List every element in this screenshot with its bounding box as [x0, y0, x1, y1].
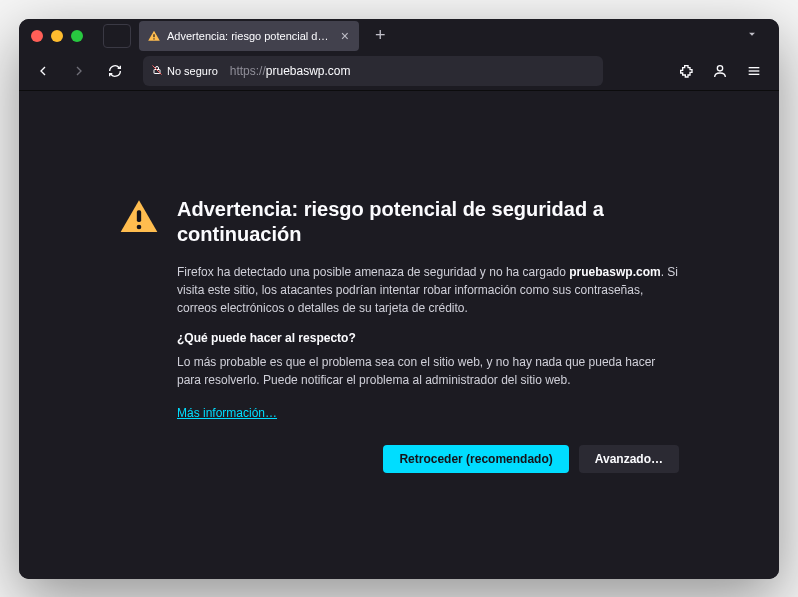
svg-rect-5: [749, 67, 760, 68]
close-window-button[interactable]: [31, 30, 43, 42]
extensions-button[interactable]: [671, 56, 701, 86]
reload-button[interactable]: [101, 57, 129, 85]
svg-rect-6: [749, 70, 760, 71]
svg-rect-0: [153, 34, 154, 37]
lock-slash-icon: [151, 64, 163, 78]
warning-body: Advertencia: riesgo potencial de segurid…: [177, 197, 679, 473]
url-text: https://pruebaswp.com: [230, 64, 351, 78]
svg-point-9: [137, 224, 142, 229]
back-button[interactable]: [29, 57, 57, 85]
browser-window: Advertencia: riesgo potencial de segurid…: [19, 19, 779, 579]
app-menu-button[interactable]: [739, 56, 769, 86]
security-label: No seguro: [167, 65, 218, 77]
warning-subheading: ¿Qué puede hacer al respecto?: [177, 331, 679, 345]
warning-paragraph-2: Lo más probable es que el problema sea c…: [177, 353, 679, 389]
tabs-dropdown-button[interactable]: [737, 27, 767, 45]
advanced-button[interactable]: Avanzado…: [579, 445, 679, 473]
url-bar[interactable]: No seguro https://pruebaswp.com: [143, 56, 603, 86]
page-content: Advertencia: riesgo potencial de segurid…: [19, 91, 779, 579]
new-tab-button[interactable]: +: [367, 25, 394, 46]
close-tab-button[interactable]: ×: [339, 27, 351, 45]
svg-rect-8: [137, 210, 141, 222]
browser-tab[interactable]: Advertencia: riesgo potencial de segurid…: [139, 21, 359, 51]
svg-rect-7: [749, 74, 760, 75]
go-back-button[interactable]: Retroceder (recomendado): [383, 445, 568, 473]
toolbar-right: [671, 56, 769, 86]
account-button[interactable]: [705, 56, 735, 86]
svg-rect-1: [153, 38, 154, 39]
maximize-window-button[interactable]: [71, 30, 83, 42]
tab-title: Advertencia: riesgo potencial de segurid…: [167, 30, 333, 42]
window-controls: [31, 30, 95, 42]
minimize-window-button[interactable]: [51, 30, 63, 42]
titlebar: Advertencia: riesgo potencial de segurid…: [19, 19, 779, 53]
forward-button[interactable]: [65, 57, 93, 85]
sidebar-toggle[interactable]: [103, 24, 131, 48]
more-info-link[interactable]: Más información…: [177, 406, 277, 420]
button-row: Retroceder (recomendado) Avanzado…: [177, 445, 679, 473]
warning-triangle-icon: [119, 197, 159, 473]
warning-paragraph-1: Firefox ha detectado una posible amenaza…: [177, 263, 679, 317]
security-indicator[interactable]: No seguro: [151, 64, 224, 78]
svg-point-4: [717, 66, 722, 71]
security-warning-card: Advertencia: riesgo potencial de segurid…: [119, 197, 679, 473]
toolbar: No seguro https://pruebaswp.com: [19, 53, 779, 91]
warning-title: Advertencia: riesgo potencial de segurid…: [177, 197, 679, 247]
warning-icon: [147, 29, 161, 43]
